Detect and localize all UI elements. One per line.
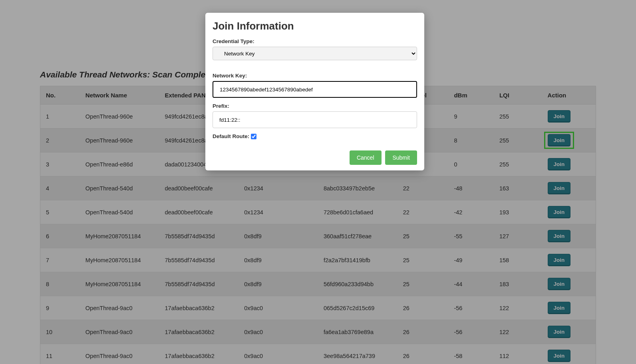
credential-type-label: Credential Type: xyxy=(213,38,254,44)
modal-title: Join Information xyxy=(213,20,417,32)
credential-type-select[interactable]: Network Key xyxy=(213,47,417,60)
prefix-input[interactable] xyxy=(213,111,417,128)
join-modal: Join Information Credential Type: Networ… xyxy=(205,13,424,170)
prefix-label: Prefix: xyxy=(213,103,229,109)
network-key-input[interactable] xyxy=(213,81,417,98)
submit-button[interactable]: Submit xyxy=(385,150,417,165)
network-key-label: Network Key: xyxy=(213,73,247,79)
cancel-button[interactable]: Cancel xyxy=(350,150,382,165)
default-route-checkbox[interactable] xyxy=(251,134,256,139)
default-route-label: Default Route: xyxy=(213,133,249,139)
